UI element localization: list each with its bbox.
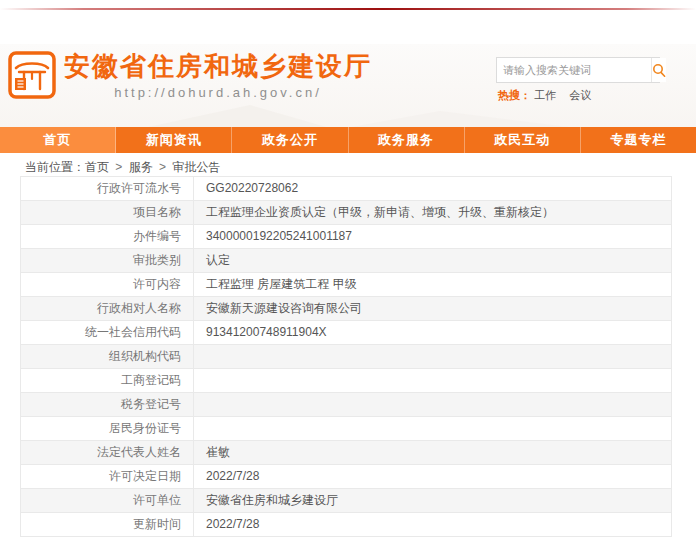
table-row: 行政相对人名称安徽新天源建设咨询有限公司	[21, 297, 672, 321]
search-button[interactable]	[651, 58, 666, 82]
table-row: 更新时间2022/7/28	[21, 513, 672, 537]
row-value: 91341200748911904X	[194, 321, 672, 345]
row-label: 统一社会信用代码	[21, 321, 194, 345]
nav-tab-4[interactable]: 政务服务	[349, 127, 465, 153]
row-label: 工商登记码	[21, 369, 194, 393]
nav-tab-3[interactable]: 政务公开	[232, 127, 348, 153]
table-row: 办件编号3400000192205241001187	[21, 225, 672, 249]
row-value: 崔敏	[194, 441, 672, 465]
row-label: 审批类别	[21, 249, 194, 273]
row-value: GG20220728062	[194, 177, 672, 201]
row-value	[194, 393, 672, 417]
row-value: 3400000192205241001187	[194, 225, 672, 249]
table-row: 许可决定日期2022/7/28	[21, 465, 672, 489]
row-label: 许可内容	[21, 273, 194, 297]
row-value: 安徽新天源建设咨询有限公司	[194, 297, 672, 321]
breadcrumb-separator: >	[156, 160, 170, 174]
table-row: 项目名称工程监理企业资质认定（甲级，新申请、增项、升级、重新核定）	[21, 201, 672, 225]
table-row: 行政许可流水号GG20220728062	[21, 177, 672, 201]
table-row: 许可内容工程监理 房屋建筑工程 甲级	[21, 273, 672, 297]
nav-tab-5[interactable]: 政民互动	[465, 127, 581, 153]
table-row: 审批类别认定	[21, 249, 672, 273]
site-title-block: 安徽省住房和城乡建设厅 http://dohurd.ah.gov.cn/	[64, 50, 372, 100]
breadcrumb-item-2[interactable]: 服务	[129, 160, 153, 174]
row-label: 税务登记号	[21, 393, 194, 417]
hot-search-label: 热搜：	[498, 89, 531, 101]
row-label: 法定代表人姓名	[21, 441, 194, 465]
site-logo-icon[interactable]	[8, 51, 56, 99]
row-label: 居民身份证号	[21, 417, 194, 441]
row-value: 2022/7/28	[194, 513, 672, 537]
table-row: 法定代表人姓名崔敏	[21, 441, 672, 465]
search-box	[496, 57, 660, 83]
nav-tab-2[interactable]: 新闻资讯	[116, 127, 232, 153]
hot-search-line: 热搜： 工作 会议	[498, 88, 660, 103]
row-label: 组织机构代码	[21, 345, 194, 369]
nav-tab-1[interactable]: 首页	[0, 127, 116, 153]
mountain-watermark	[130, 105, 340, 127]
breadcrumb-prefix: 当前位置：	[25, 160, 85, 174]
table-row: 组织机构代码	[21, 345, 672, 369]
breadcrumb-separator: >	[112, 160, 126, 174]
row-label: 项目名称	[21, 201, 194, 225]
row-value	[194, 417, 672, 441]
search-icon	[652, 63, 666, 77]
page: 安徽省住房和城乡建设厅 http://dohurd.ah.gov.cn/ 热搜：…	[0, 0, 696, 559]
row-label: 许可决定日期	[21, 465, 194, 489]
permit-detail-section: 行政许可流水号GG20220728062项目名称工程监理企业资质认定（甲级，新申…	[20, 176, 672, 537]
table-row: 工商登记码	[21, 369, 672, 393]
table-row: 税务登记号	[21, 393, 672, 417]
hot-keyword-1[interactable]: 工作	[534, 89, 556, 101]
row-label: 更新时间	[21, 513, 194, 537]
row-value: 工程监理 房屋建筑工程 甲级	[194, 273, 672, 297]
hot-keyword-2[interactable]: 会议	[569, 89, 591, 101]
top-accent-line	[0, 8, 696, 10]
row-label: 办件编号	[21, 225, 194, 249]
table-row: 许可单位安徽省住房和城乡建设厅	[21, 489, 672, 513]
breadcrumb-item-1[interactable]: 首页	[85, 160, 109, 174]
breadcrumb-item-3[interactable]: 审批公告	[172, 160, 220, 174]
row-value: 认定	[194, 249, 672, 273]
row-value: 2022/7/28	[194, 465, 672, 489]
row-value	[194, 345, 672, 369]
table-row: 统一社会信用代码91341200748911904X	[21, 321, 672, 345]
detail-table-body: 行政许可流水号GG20220728062项目名称工程监理企业资质认定（甲级，新申…	[21, 177, 672, 537]
row-label: 行政许可流水号	[21, 177, 194, 201]
search-input[interactable]	[497, 58, 651, 82]
row-label: 行政相对人名称	[21, 297, 194, 321]
site-banner: 安徽省住房和城乡建设厅 http://dohurd.ah.gov.cn/ 热搜：…	[0, 44, 696, 127]
breadcrumb: 当前位置：首页 > 服务 > 审批公告	[25, 159, 220, 176]
permit-detail-table: 行政许可流水号GG20220728062项目名称工程监理企业资质认定（甲级，新申…	[20, 176, 672, 537]
row-label: 许可单位	[21, 489, 194, 513]
site-url[interactable]: http://dohurd.ah.gov.cn/	[64, 85, 372, 100]
row-value: 工程监理企业资质认定（甲级，新申请、增项、升级、重新核定）	[194, 201, 672, 225]
row-value: 安徽省住房和城乡建设厅	[194, 489, 672, 513]
row-value	[194, 369, 672, 393]
main-nav: 首页新闻资讯政务公开政务服务政民互动专题专栏	[0, 127, 696, 153]
site-title[interactable]: 安徽省住房和城乡建设厅	[64, 50, 372, 82]
mountain-watermark	[330, 111, 600, 127]
table-row: 居民身份证号	[21, 417, 672, 441]
nav-tab-6[interactable]: 专题专栏	[581, 127, 696, 153]
